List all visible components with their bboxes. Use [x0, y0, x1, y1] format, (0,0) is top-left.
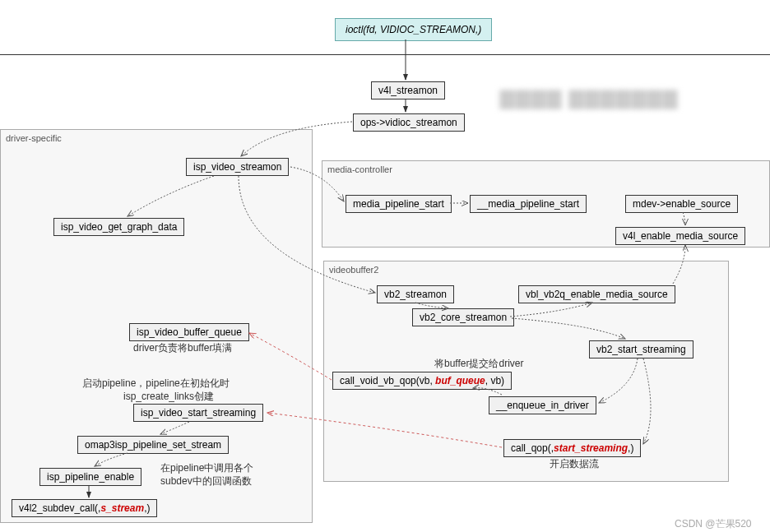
call-qop-red: start_streaming: [554, 442, 628, 454]
annotation-pipeline-1: 启动pipeline，pipeline在初始化时: [82, 377, 230, 391]
node-enqueue-in-driver: __enqueue_in_driver: [489, 396, 596, 414]
annotation-driver-buffer: driver负责将buffer填满: [133, 341, 232, 355]
node-ops-vidioc-streamon: ops->vidioc_streamon: [353, 113, 465, 132]
node-isp-video-get-graph-data: isp_video_get_graph_data: [53, 218, 184, 236]
node-vb2-streamon: vb2_streamon: [377, 285, 454, 303]
subdev-call-post: ,): [144, 502, 150, 514]
node-vbl-vb2q-enable-media-source: vbl_vb2q_enable_media_source: [518, 285, 675, 303]
node-isp-video-start-streaming: isp_video_start_streaming: [133, 404, 263, 422]
annotation-pipeline-2: isp_create_links创建: [123, 390, 214, 404]
node-isp-video-buffer-queue: isp_video_buffer_queue: [129, 323, 249, 341]
group-label-driver: driver-specific: [6, 133, 62, 143]
group-label-media: media-controller: [327, 164, 392, 174]
node-omap3isp-pipeline-set-stream: omap3isp_pipeline_set_stream: [77, 436, 229, 454]
node-v4l-streamon: v4l_streamon: [371, 81, 445, 99]
node-call-qop: call_qop(,start_streaming,): [503, 439, 641, 457]
annotation-buf-note: 将buffer提交给driver: [434, 357, 523, 371]
node-ioctl: ioctl(fd, VIDIOC_STREAMON,): [335, 18, 492, 41]
call-qop-pre: call_qop(,: [511, 442, 554, 454]
node-media-pipeline-start: media_pipeline_start: [346, 195, 452, 213]
call-void-red: buf_queue: [435, 375, 485, 386]
watermark-blur: ▇▇▇▇ ▇▇▇▇▇▇▇: [500, 88, 679, 109]
subdev-call-red: s_stream: [100, 502, 144, 514]
call-void-post: , vb): [485, 375, 504, 386]
node-isp-pipeline-enable: isp_pipeline_enable: [39, 468, 141, 486]
node-vb2-core-streamon: vb2_core_streamon: [412, 308, 514, 326]
group-label-vb2: videobuffer2: [329, 265, 378, 275]
node-mdev-enable-source: mdev->enable_source: [625, 195, 738, 213]
node-media-pipeline-start-internal: __media_pipeline_start: [470, 195, 587, 213]
watermark-csdn: CSDN @芒果520: [675, 517, 752, 531]
node-isp-video-streamon: isp_video_streamon: [186, 158, 289, 176]
annotation-subdev-1: 在pipeline中调用各个: [160, 461, 253, 475]
node-v4l-enable-media-source: v4l_enable_media_source: [615, 227, 745, 245]
node-vb2-start-streaming: vb2_start_streaming: [589, 340, 693, 359]
call-qop-post: ,): [628, 442, 633, 454]
node-call-void-vb-qop: call_void_vb_qop(vb, buf_queue, vb): [332, 372, 512, 390]
subdev-call-pre: v4l2_subdev_call(,: [19, 502, 100, 514]
node-v4l2-subdev-call: v4l2_subdev_call(,s_stream,): [12, 499, 157, 517]
annotation-stream-note: 开启数据流: [550, 457, 599, 471]
annotation-subdev-2: subdev中的回调函数: [160, 474, 252, 488]
call-void-pre: call_void_vb_qop(vb,: [340, 375, 435, 386]
